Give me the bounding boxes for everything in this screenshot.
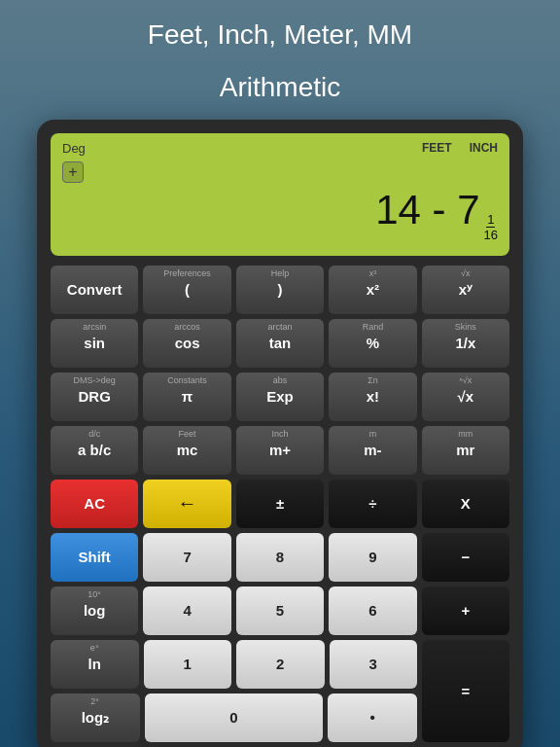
inch-label: INCH (470, 141, 498, 155)
minus-button[interactable]: − (422, 533, 509, 582)
display-units: FEET INCH (422, 141, 498, 155)
sqrt-button[interactable]: ⁿ√x√x (422, 373, 509, 421)
page-title: Feet, Inch, Meter, MM Arithmetic (148, 0, 412, 106)
log-button[interactable]: 10ˣlog (51, 587, 138, 635)
divide-button[interactable]: ÷ (329, 480, 416, 528)
mplus-button[interactable]: Inchm+ (236, 426, 324, 475)
mr-button[interactable]: mmmr (422, 426, 509, 475)
plus-button[interactable]: + (422, 587, 509, 635)
cos-button[interactable]: arccoscos (143, 319, 230, 368)
dot-button[interactable]: • (328, 694, 417, 742)
button-row-3: DMS->degDRG Constantsπ absExp Σnx! ⁿ√x√x (51, 373, 509, 421)
ln-button[interactable]: eˣln (51, 640, 139, 689)
button-row-1: Convert Preferences( Help) x³x² √xxʸ (51, 266, 509, 314)
8-button[interactable]: 8 (236, 533, 324, 582)
shift-button[interactable]: Shift (51, 533, 138, 582)
5-button[interactable]: 5 (236, 587, 324, 635)
xsq-button[interactable]: x³x² (329, 266, 416, 314)
frac-button[interactable]: d/ca b/c (51, 426, 138, 475)
calculator-body: Deg + FEET INCH 14 - 7 1 16 Convert Pref… (37, 120, 523, 747)
display-fraction: 1 16 (484, 212, 498, 242)
drg-button[interactable]: DMS->degDRG (51, 373, 138, 421)
pi-button[interactable]: Constantsπ (143, 373, 230, 421)
exp-button[interactable]: absExp (236, 373, 324, 421)
times-button[interactable]: X (422, 480, 509, 528)
3-button[interactable]: 3 (330, 640, 418, 689)
ac-button[interactable]: AC (51, 480, 138, 528)
display: Deg + FEET INCH 14 - 7 1 16 (51, 133, 509, 256)
display-value: 14 - 7 1 16 (62, 187, 498, 246)
4-button[interactable]: 4 (143, 587, 230, 635)
display-plus-button[interactable]: + (62, 161, 84, 183)
display-mode: Deg (62, 141, 86, 156)
1-button[interactable]: 1 (144, 640, 232, 689)
6-button[interactable]: 6 (329, 587, 416, 635)
xy-button[interactable]: √xxʸ (422, 266, 509, 314)
backspace-button[interactable]: ← (143, 480, 230, 528)
button-row-8: eˣln 1 2 3 (51, 640, 417, 689)
sin-button[interactable]: arcsinsin (51, 319, 138, 368)
9-button[interactable]: 9 (329, 533, 416, 582)
button-row-6: Shift 7 8 9 − (51, 533, 509, 582)
feet-label: FEET (422, 141, 452, 155)
mc-button[interactable]: Feetmc (143, 426, 230, 475)
button-row-7: 10ˣlog 4 5 6 + (51, 587, 509, 635)
inv-button[interactable]: Skins1/x (422, 319, 509, 368)
0-button[interactable]: 0 (145, 694, 324, 742)
button-row-5: AC ← ± ÷ X (51, 480, 509, 528)
plusminus-button[interactable]: ± (236, 480, 324, 528)
tan-button[interactable]: arctantan (236, 319, 324, 368)
equals-button[interactable]: = (422, 640, 509, 742)
convert-button[interactable]: Convert (51, 266, 138, 314)
button-grid: Convert Preferences( Help) x³x² √xxʸ arc… (51, 266, 509, 742)
7-button[interactable]: 7 (143, 533, 230, 582)
button-row-4: d/ca b/c Feetmc Inchm+ mm- mmmr (51, 426, 509, 475)
button-row-9: 2ˣlog₂ 0 • (51, 694, 417, 742)
log2-button[interactable]: 2ˣlog₂ (51, 694, 140, 742)
rparen-button[interactable]: Help) (236, 266, 324, 314)
2-button[interactable]: 2 (236, 640, 325, 689)
button-row-2: arcsinsin arccoscos arctantan Rand% Skin… (51, 319, 509, 368)
fact-button[interactable]: Σnx! (329, 373, 416, 421)
mminus-button[interactable]: mm- (329, 426, 416, 475)
lparen-button[interactable]: Preferences( (143, 266, 230, 314)
percent-button[interactable]: Rand% (329, 319, 416, 368)
